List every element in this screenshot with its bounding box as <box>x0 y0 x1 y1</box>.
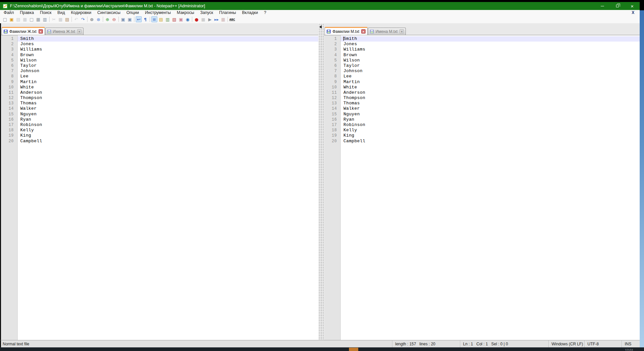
editor-line: Lee <box>341 74 640 79</box>
menu-item-5[interactable]: Синтаксисы <box>94 10 123 15</box>
editor-line: Smith <box>341 36 640 42</box>
menu-item-9[interactable]: Запуск <box>197 10 216 15</box>
sync-horizontal-scroll-icon[interactable]: ▣ <box>127 16 133 22</box>
status-encoding[interactable]: UTF-8 <box>584 340 622 347</box>
line-number: 6 <box>1 63 17 68</box>
line-number: 19 <box>324 133 340 138</box>
copy-icon[interactable]: ▦ <box>58 16 64 22</box>
toolbar-separator <box>49 17 50 22</box>
line-number: 8 <box>1 74 17 79</box>
macro-play-icon[interactable]: ▶ <box>207 16 213 22</box>
taskbar[interactable]: 12:01 <box>0 347 644 351</box>
editor-left[interactable]: 1234567891011121314151617181920 SmithJon… <box>1 35 318 342</box>
menu-item-6[interactable]: Опции <box>123 10 142 15</box>
close-all-icon[interactable]: ▦ <box>35 16 41 22</box>
macro-save-icon[interactable]: ▦ <box>220 16 226 22</box>
status-insert-mode[interactable]: INS <box>622 340 640 347</box>
line-number: 13 <box>324 101 340 106</box>
notepad-plus-plus-icon <box>3 4 8 9</box>
close-button[interactable]: × <box>625 2 640 10</box>
file-monitoring-icon[interactable]: ◉ <box>185 16 191 22</box>
document-switcher-icon[interactable]: ▧ <box>171 16 177 22</box>
tab-right-1[interactable]: Имена M.txt× <box>368 28 406 35</box>
menu-item-8[interactable]: Макросы <box>174 10 197 15</box>
close-document-x-button[interactable]: X <box>632 10 634 15</box>
undo-icon[interactable]: ↶ <box>73 16 79 22</box>
tab-close-icon[interactable]: × <box>361 29 366 34</box>
line-number: 12 <box>1 95 17 101</box>
open-file-icon[interactable]: ▣ <box>9 16 15 22</box>
function-list-icon[interactable]: ▤ <box>158 16 164 22</box>
editor-line: Ryan <box>341 117 640 122</box>
editor-line: Ryan <box>18 117 318 122</box>
editor-right[interactable]: 1234567891011121314151617181920 SmithJon… <box>324 35 640 342</box>
editor-line: Robinson <box>341 122 640 128</box>
menu-item-7[interactable]: Инструменты <box>142 10 174 15</box>
menu-item-4[interactable]: Кодировки <box>68 10 94 15</box>
editor-line: Jones <box>18 42 318 47</box>
minimize-button[interactable] <box>595 2 610 10</box>
editor-panes-row: Фамилии Ж.txt×Имена Ж.txt× 1234567891011… <box>0 23 640 342</box>
document-map-icon[interactable]: ▥ <box>165 16 171 22</box>
close-file-icon[interactable]: □ <box>29 16 35 22</box>
title-bar[interactable]: F:\Zennoshabloni\Доры\Ютуб\Имена и фамил… <box>0 2 640 10</box>
editor-line: Thompson <box>18 95 318 101</box>
desktop: F:\Zennoshabloni\Доры\Ютуб\Имена и фамил… <box>0 0 644 351</box>
print-icon[interactable]: ▥ <box>42 16 48 22</box>
menu-item-0[interactable]: Файл <box>1 10 17 15</box>
toolbar-separator <box>118 17 119 22</box>
line-number: 16 <box>1 117 17 122</box>
status-length-lines: length : 157 lines : 20 <box>392 340 460 347</box>
new-file-icon[interactable]: □ <box>2 16 8 22</box>
macro-record-icon[interactable]: ● <box>194 16 200 22</box>
spell-check-icon[interactable]: ABC <box>229 16 235 22</box>
replace-icon[interactable]: ⊛ <box>95 16 101 22</box>
line-number: 10 <box>1 85 17 90</box>
sync-vertical-scroll-icon[interactable]: ▣ <box>120 16 126 22</box>
text-area-right[interactable]: SmithJonesWilliamsBrownWilsonTaylorJohns… <box>341 35 640 342</box>
editor-line: Kelly <box>18 128 318 133</box>
editor-line: Smith <box>18 36 318 42</box>
show-all-characters-icon[interactable]: ¶ <box>142 16 148 22</box>
toolbar-separator <box>103 17 103 22</box>
editor-line: Taylor <box>18 63 318 68</box>
tab-left-1[interactable]: Имена Ж.txt× <box>45 28 83 35</box>
menu-item-3[interactable]: Вид <box>55 10 68 15</box>
zoom-out-icon[interactable]: ⊖ <box>111 16 117 22</box>
zoom-in-icon[interactable]: ⊕ <box>104 16 110 22</box>
save-all-icon[interactable]: ▦ <box>22 16 28 22</box>
tab-close-icon[interactable]: × <box>77 29 81 34</box>
menu-item-2[interactable]: Поиск <box>37 10 55 15</box>
status-eol-format[interactable]: Windows (CR LF) <box>549 340 584 347</box>
editor-line: Walker <box>341 106 640 111</box>
tab-left-0[interactable]: Фамилии Ж.txt× <box>2 27 45 35</box>
cut-icon[interactable]: ✂ <box>51 16 57 22</box>
editor-line: Thomas <box>18 101 318 106</box>
tab-close-icon[interactable]: × <box>39 29 43 34</box>
line-number: 3 <box>324 47 340 52</box>
splitter-collapse-arrow-icon[interactable] <box>319 25 322 29</box>
menu-item-1[interactable]: Правка <box>17 10 37 15</box>
macro-stop-icon[interactable]: ■ <box>200 16 206 22</box>
toolbar: □▣▤▦□▦▥✂▦▤↶↷⊚⊛⊕⊖▣▣↩¶≡▤▥▧▣◉●■▶▸▸▦ABC <box>0 15 640 23</box>
save-icon[interactable]: ▤ <box>15 16 21 22</box>
taskbar-active-app-indicator[interactable] <box>349 348 358 351</box>
redo-icon[interactable]: ↷ <box>80 16 86 22</box>
macro-run-multiple-icon[interactable]: ▸▸ <box>214 16 220 22</box>
tab-close-icon[interactable]: × <box>400 29 404 34</box>
line-number: 20 <box>1 139 17 144</box>
pane-splitter[interactable] <box>318 23 324 342</box>
editor-line: Brown <box>18 53 318 58</box>
word-wrap-icon[interactable]: ↩ <box>136 16 142 22</box>
text-area-left[interactable]: SmithJonesWilliamsBrownWilsonTaylorJohns… <box>18 35 318 342</box>
tab-right-0[interactable]: Фамилии M.txt× <box>325 27 368 35</box>
line-number: 9 <box>1 79 17 85</box>
menu-item-12[interactable]: ? <box>261 10 269 15</box>
indent-guide-icon[interactable]: ≡ <box>151 16 157 22</box>
restore-button[interactable] <box>610 2 625 10</box>
menu-item-11[interactable]: Вкладки <box>239 10 261 15</box>
paste-icon[interactable]: ▤ <box>64 16 70 22</box>
folder-as-workspace-icon[interactable]: ▣ <box>178 16 184 22</box>
menu-item-10[interactable]: Плагины <box>216 10 239 15</box>
find-icon[interactable]: ⊚ <box>89 16 95 22</box>
